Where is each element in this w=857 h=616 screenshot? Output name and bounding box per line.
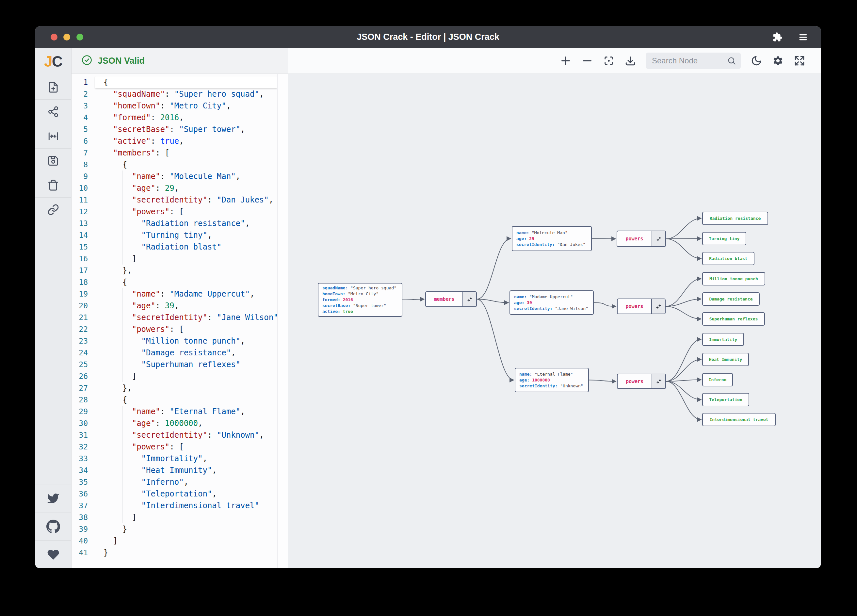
editor-line-5[interactable]: 5"secretBase": "Super tower", bbox=[71, 124, 288, 135]
graph-node-turning-tiny[interactable]: Turning tiny bbox=[702, 232, 746, 245]
editor-line-14[interactable]: 14"Turning tiny", bbox=[71, 229, 288, 241]
graph-node-powers[interactable]: powers bbox=[617, 299, 666, 314]
collapse-children-button[interactable] bbox=[651, 299, 665, 314]
editor-line-21[interactable]: 21"secretIdentity": "Jane Wilson", bbox=[71, 312, 288, 323]
editor-line-28[interactable]: 28{ bbox=[71, 394, 288, 406]
share-link-button[interactable] bbox=[35, 198, 71, 222]
download-button[interactable] bbox=[625, 55, 636, 67]
line-number: 14 bbox=[71, 229, 95, 241]
line-number: 31 bbox=[71, 429, 95, 441]
editor-line-37[interactable]: 37"Interdimensional travel" bbox=[71, 500, 288, 511]
settings-gear-icon bbox=[772, 55, 784, 66]
collapse-children-button[interactable] bbox=[651, 231, 665, 246]
editor-line-11[interactable]: 11"secretIdentity": "Dan Jukes", bbox=[71, 194, 288, 206]
zoom-out-button[interactable] bbox=[582, 55, 593, 67]
graph-node-root[interactable]: squadName: "Super hero squad"homeTown: "… bbox=[318, 283, 402, 317]
fold-nodes-button[interactable] bbox=[35, 124, 71, 149]
graph-node-superhuman-reflexes[interactable]: Superhuman reflexes bbox=[702, 312, 765, 326]
graph-node-m0[interactable]: name: "Molecule Man"age: 29secretIdentit… bbox=[512, 226, 592, 251]
editor-line-33[interactable]: 33"Immortality", bbox=[71, 453, 288, 464]
editor-line-20[interactable]: 20"age": 39, bbox=[71, 300, 288, 312]
editor-line-8[interactable]: 8{ bbox=[71, 159, 288, 170]
graph-node-immortality[interactable]: Immortality bbox=[702, 333, 744, 346]
editor-line-39[interactable]: 39} bbox=[71, 523, 288, 535]
search-node-box bbox=[646, 53, 741, 69]
graph-node-powers[interactable]: powers bbox=[617, 231, 666, 247]
center-focus-button[interactable] bbox=[603, 55, 615, 67]
save-button[interactable] bbox=[35, 149, 71, 173]
twitter-button[interactable] bbox=[35, 484, 71, 512]
editor-line-35[interactable]: 35"Inferno", bbox=[71, 476, 288, 488]
graph-node-m2[interactable]: name: "Eternal Flame"age: 1000000secretI… bbox=[515, 368, 589, 392]
graph-edge bbox=[666, 218, 701, 239]
fullscreen-button[interactable] bbox=[794, 55, 805, 67]
editor-line-27[interactable]: 27}, bbox=[71, 382, 288, 394]
editor-line-16[interactable]: 16] bbox=[71, 253, 288, 265]
sponsor-heart-button[interactable] bbox=[35, 540, 71, 568]
graph-node-powers[interactable]: powers bbox=[617, 374, 666, 389]
editor-line-30[interactable]: 30"age": 1000000, bbox=[71, 418, 288, 429]
search-node-input[interactable] bbox=[646, 53, 741, 69]
collapse-children-button[interactable] bbox=[463, 292, 476, 306]
editor-line-18[interactable]: 18{ bbox=[71, 276, 288, 288]
graph-view-button[interactable] bbox=[35, 100, 71, 124]
editor-line-10[interactable]: 10"age": 29, bbox=[71, 182, 288, 194]
editor-line-29[interactable]: 29"name": "Eternal Flame", bbox=[71, 406, 288, 418]
editor-scrollbar[interactable] bbox=[277, 74, 288, 568]
graph-node-teleportation[interactable]: Teleportation bbox=[702, 393, 749, 406]
editor-line-17[interactable]: 17}, bbox=[71, 265, 288, 276]
dark-mode-moon-button[interactable] bbox=[750, 55, 762, 67]
editor-line-24[interactable]: 24"Damage resistance", bbox=[71, 347, 288, 359]
jsoncrack-logo[interactable]: JC bbox=[35, 48, 71, 75]
editor-line-41[interactable]: 41} bbox=[71, 547, 288, 559]
new-document-button[interactable] bbox=[35, 75, 71, 100]
extension-puzzle-icon[interactable] bbox=[772, 32, 783, 42]
github-button[interactable] bbox=[35, 512, 71, 540]
graph-edge bbox=[666, 239, 701, 258]
line-number: 17 bbox=[71, 265, 95, 276]
editor-line-31[interactable]: 31"secretIdentity": "Unknown", bbox=[71, 429, 288, 441]
graph-node-damage-resistance[interactable]: Damage resistance bbox=[702, 293, 760, 306]
editor-line-2[interactable]: 2"squadName": "Super hero squad", bbox=[71, 88, 288, 100]
editor-line-36[interactable]: 36"Teleportation", bbox=[71, 488, 288, 500]
delete-button[interactable] bbox=[35, 173, 71, 198]
editor-line-15[interactable]: 15"Radiation blast" bbox=[71, 241, 288, 253]
browser-menu-icon[interactable] bbox=[798, 33, 808, 42]
screen-background: JSON Crack - Editor | JSON Crack JC bbox=[0, 0, 857, 616]
editor-line-3[interactable]: 3"homeTown": "Metro City", bbox=[71, 100, 288, 112]
editor-line-6[interactable]: 6"active": true, bbox=[71, 135, 288, 147]
editor-line-9[interactable]: 9"name": "Molecule Man", bbox=[71, 170, 288, 182]
graph-canvas[interactable]: squadName: "Super hero squad"homeTown: "… bbox=[288, 74, 821, 568]
editor-line-1[interactable]: 1{ bbox=[71, 76, 288, 88]
collapse-children-button[interactable] bbox=[651, 374, 665, 388]
line-number: 9 bbox=[71, 170, 95, 182]
editor-line-40[interactable]: 40] bbox=[71, 535, 288, 547]
editor-line-25[interactable]: 25"Superhuman reflexes" bbox=[71, 359, 288, 370]
editor-line-38[interactable]: 38] bbox=[71, 511, 288, 523]
delete-icon bbox=[47, 179, 59, 191]
graph-node-interdimensional-travel[interactable]: Interdimensional travel bbox=[702, 413, 776, 426]
line-number: 27 bbox=[71, 382, 95, 394]
graph-node-radiation-blast[interactable]: Radiation blast bbox=[702, 252, 755, 265]
editor-line-34[interactable]: 34"Heat Immunity", bbox=[71, 464, 288, 476]
graph-node-inferno[interactable]: Inferno bbox=[702, 373, 733, 386]
editor-line-13[interactable]: 13"Radiation resistance", bbox=[71, 218, 288, 229]
editor-line-4[interactable]: 4"formed": 2016, bbox=[71, 112, 288, 124]
zoom-in-button[interactable] bbox=[560, 55, 572, 67]
editor-line-23[interactable]: 23"Million tonne punch", bbox=[71, 335, 288, 347]
graph-node-members[interactable]: members bbox=[425, 291, 477, 307]
graph-node-m1[interactable]: name: "Madame Uppercut"age: 39secretIden… bbox=[509, 290, 594, 315]
editor-line-26[interactable]: 26] bbox=[71, 370, 288, 382]
editor-line-32[interactable]: 32"powers": [ bbox=[71, 441, 288, 453]
graph-node-radiation-resistance[interactable]: Radiation resistance bbox=[702, 212, 768, 225]
graph-node-heat-immunity[interactable]: Heat Immunity bbox=[702, 353, 749, 366]
editor-line-12[interactable]: 12"powers": [ bbox=[71, 206, 288, 218]
graph-node-million-tonne-punch[interactable]: Million tonne punch bbox=[702, 272, 765, 285]
editor-line-7[interactable]: 7"members": [ bbox=[71, 147, 288, 159]
line-number: 5 bbox=[71, 124, 95, 135]
editor-line-22[interactable]: 22"powers": [ bbox=[71, 323, 288, 335]
editor-line-19[interactable]: 19"name": "Madame Uppercut", bbox=[71, 288, 288, 300]
zoom-in-icon bbox=[560, 55, 571, 66]
settings-gear-button[interactable] bbox=[772, 55, 784, 67]
code-editor[interactable]: 1{2"squadName": "Super hero squad",3"hom… bbox=[71, 74, 288, 568]
